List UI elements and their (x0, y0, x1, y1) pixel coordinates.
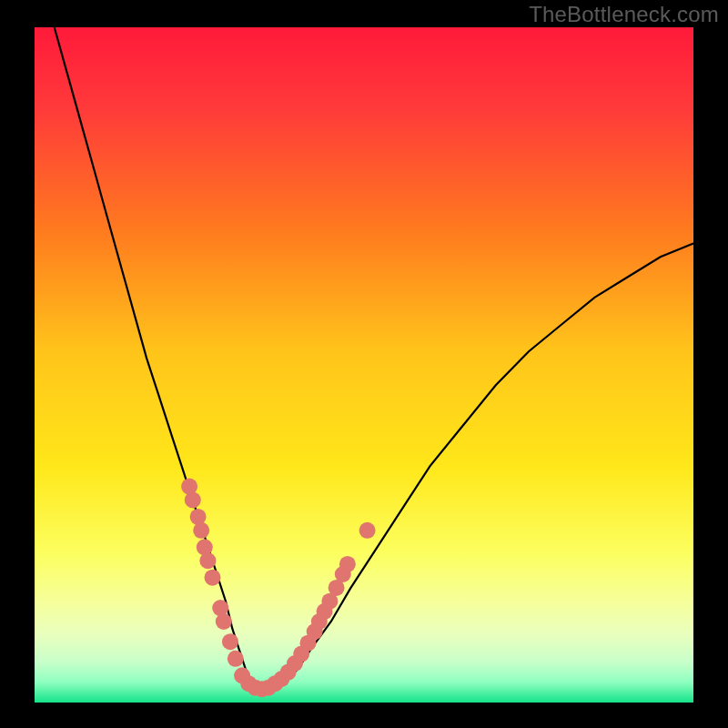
data-dot (339, 556, 356, 572)
data-dot (205, 570, 221, 586)
data-dot (197, 539, 213, 555)
data-dot (222, 633, 238, 650)
bottleneck-chart (0, 0, 728, 728)
gradient-plot-area (35, 27, 693, 703)
data-dot (193, 522, 209, 539)
data-dot (199, 552, 216, 569)
data-dot (190, 509, 207, 525)
outer-black-frame: TheBottleneck.com (0, 0, 728, 728)
data-dot (212, 600, 228, 616)
data-dot (228, 651, 244, 667)
watermark-text: TheBottleneck.com (529, 2, 719, 27)
data-dot (185, 491, 201, 508)
data-dot (359, 522, 376, 539)
data-dot (216, 613, 232, 630)
